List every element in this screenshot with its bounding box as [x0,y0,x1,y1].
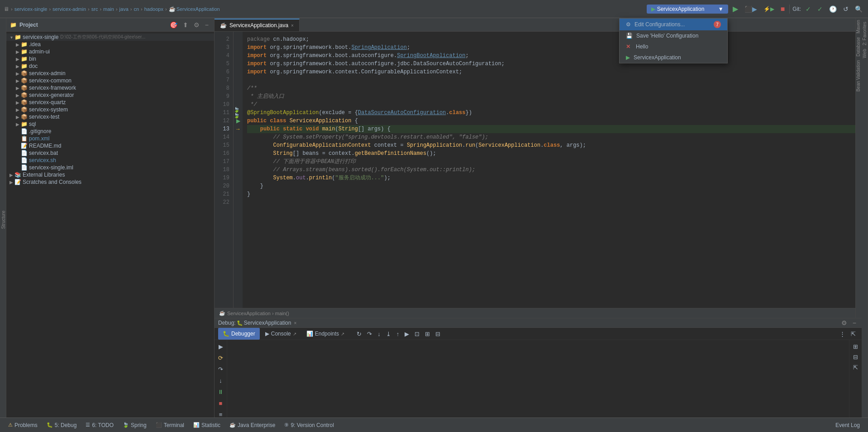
debug-into-button[interactable]: ↓ [218,376,224,385]
tab-close-button[interactable]: × [291,23,294,28]
debug-more-actions-button[interactable]: ≡ [218,410,224,418]
breadcrumb-cn[interactable]: cn [134,6,139,12]
dropdown-save-hello[interactable]: 💾 Save 'Hello' Configuration [620,30,727,41]
close-panel-button[interactable]: − [203,20,210,29]
scratches-icon: 📝 [14,179,21,185]
debug-run-cursor-button[interactable]: ▶ [402,329,411,339]
breadcrumb-path: ServicexApplication › main() [227,311,289,316]
favorites-tab[interactable]: 2: Favorites [862,20,867,47]
tree-iml[interactable]: 📄 servicex-single.iml [6,164,214,171]
debug-step-into-button[interactable]: ↓ [375,329,383,339]
terminal-tab[interactable]: ⬛ Terminal [151,418,189,432]
tree-bin[interactable]: ▶ 📁 bin [6,55,214,62]
debug-rerun-button[interactable]: ↻ [354,329,364,339]
locate-file-button[interactable]: 🎯 [168,20,179,29]
bean-validation-tab[interactable]: Bean Validation [856,58,862,93]
debug-expand2-button[interactable]: ⇱ [852,363,859,372]
debug-table-button[interactable]: ⊞ [423,329,432,339]
debug-resume-button[interactable]: ▶ [217,342,224,351]
debug-stop-button[interactable]: ■ [218,398,224,408]
run-config-button[interactable]: ▶ ServicexApplication ▼ [647,5,728,14]
debug-pause-button[interactable]: ⟳ [217,353,224,363]
tree-readme[interactable]: 📝 README.md [6,142,214,149]
debug-settings-button[interactable]: ⚙ [839,318,849,327]
console-tab-button[interactable]: ▶ Console ↗ [261,328,301,340]
debug-out-button[interactable]: ⏸ [216,387,225,397]
endpoints-tab-button[interactable]: 📊 Endpoints ↗ [302,328,349,340]
spring-boot-annotation-icon[interactable]: 🍃🍃 [234,109,243,117]
tree-scratches[interactable]: ▶ 📝 Scratches and Consoles [6,178,214,186]
collapse-all-button[interactable]: ⬆ [181,20,190,29]
tree-gitignore[interactable]: 📄 .gitignore [6,128,214,135]
debug-layout-button[interactable]: ⊞ [852,342,859,351]
breadcrumb-java[interactable]: java [119,6,129,12]
tree-servicex-generator[interactable]: ▶ 📦 servicex-generator [6,91,214,99]
tree-servicex-test[interactable]: ▶ 📦 servicex-test [6,113,214,120]
debug-session-close[interactable]: × [294,321,296,326]
todo-tab[interactable]: ☰ 6: TODO [81,418,118,432]
project-title: Project [19,22,38,28]
tree-admin-ui[interactable]: ▶ 📁 admin-ui [6,48,214,55]
breadcrumb-src[interactable]: src [91,6,98,12]
git-check-button[interactable]: ✓ [804,4,813,14]
debug-layout2-button[interactable]: ⊟ [852,352,859,362]
maven-tab[interactable]: Maven [856,18,862,35]
code-content[interactable]: package cn.hadoopx; import org.springfra… [243,32,855,308]
tree-servicex-admin[interactable]: ▶ 📦 servicex-admin [6,70,214,77]
git-history-button[interactable]: 🕐 [827,4,839,14]
breadcrumb-main[interactable]: main [103,6,114,12]
debug-bottom-tab[interactable]: 🐛 5: Debug [42,418,81,432]
tree-external-libs[interactable]: ▶ 📚 External Libraries [6,171,214,178]
tree-servicex-system[interactable]: ▶ 📦 servicex-system [6,106,214,113]
project-icon: 🖥 [4,6,9,12]
tree-servicex-common[interactable]: ▶ 📦 servicex-common [6,77,214,84]
debug-step-button[interactable]: ↷ [217,365,224,374]
breadcrumb-servicex-single[interactable]: servicex-single [14,6,48,12]
debug-step-over-button[interactable]: ↷ [365,329,374,339]
java-enterprise-tab[interactable]: ☕ Java Enterprise [225,418,280,432]
run-gutter-icon[interactable]: ▶ [234,117,243,125]
stop-button[interactable]: ■ [779,3,787,15]
version-control-tab[interactable]: ⑨ 9: Version Control [280,418,338,432]
tree-idea[interactable]: ▶ 📁 .idea [6,41,214,48]
web-tab[interactable]: Web [862,47,867,60]
debug-more-button[interactable]: ⋮ [837,329,848,339]
search-button[interactable]: 🔍 [853,4,864,14]
debug-button[interactable]: ⬛▶ [743,4,759,14]
debug-minimize-button[interactable]: − [851,318,858,327]
tree-sh[interactable]: 📄 servicex.sh [6,157,214,164]
scratches-label: Scratches and Consoles [23,179,81,185]
problems-tab[interactable]: ⚠ Problems [4,418,42,432]
tree-pom[interactable]: 📋 pom.xml [6,135,214,142]
tree-sql[interactable]: ▶ 📁 sql [6,120,214,128]
structure-tab[interactable]: Structure [1,209,6,231]
run-button[interactable]: ▶ [731,3,740,15]
dropdown-hello[interactable]: ✕ Hello [620,41,727,52]
editor-tab-servicex[interactable]: ☕ ServicexApplication.java × [215,19,300,31]
database-tab[interactable]: Database [856,35,862,58]
breadcrumb-class[interactable]: ServicexApplication [176,6,220,12]
tree-servicex-framework[interactable]: ▶ 📦 servicex-framework [6,84,214,91]
dropdown-servicex-app[interactable]: ▶ ServicexApplication [620,52,727,63]
settings-button[interactable]: ⚙ [192,20,201,29]
debug-force-step-button[interactable]: ⤓ [384,329,393,339]
dropdown-edit-configurations[interactable]: ⚙ Edit Configurations... 7 [620,19,727,30]
statistic-tab[interactable]: 📊 Statistic [189,418,225,432]
tree-doc[interactable]: ▶ 📁 doc [6,62,214,70]
debug-eval-button[interactable]: ⊡ [412,329,422,339]
breadcrumb-hadoopx[interactable]: hadoopx [144,6,163,12]
dropdown-arrow-icon: ▼ [718,6,724,12]
git-revert-button[interactable]: ↺ [841,4,850,14]
debug-frames-button[interactable]: ⊟ [433,329,443,339]
tree-bat[interactable]: 📄 servicex.bat [6,149,214,157]
breadcrumb-servicex-admin[interactable]: servicex-admin [52,6,86,12]
debugger-tab-button[interactable]: 🐛 Debugger [218,328,260,340]
event-log-tab[interactable]: Event Log [831,418,864,432]
spring-tab[interactable]: 🍃 Spring [118,418,151,432]
tree-root[interactable]: ▾ 📁 servicex-single D:\02-工作空间\06-代码空间\0… [6,34,214,41]
debug-step-out-button[interactable]: ↑ [394,329,402,339]
git-check2-button[interactable]: ✓ [816,4,825,14]
debug-expand-button[interactable]: ⇱ [849,329,858,339]
tree-servicex-quartz[interactable]: ▶ 📦 servicex-quartz [6,99,214,106]
coverage-button[interactable]: ⚡▶ [762,4,776,14]
